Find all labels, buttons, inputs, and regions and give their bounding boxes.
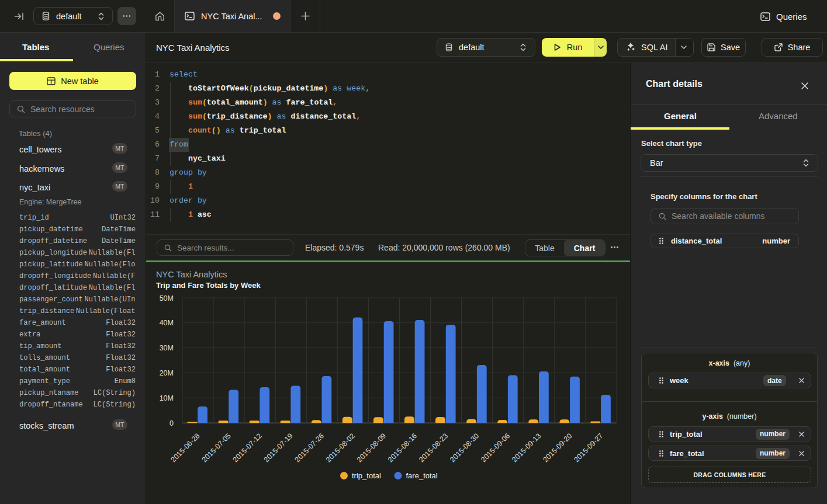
svg-text:2015-08-23: 2015-08-23 (417, 432, 449, 464)
svg-text:40M: 40M (160, 319, 174, 327)
svg-text:2015-08-09: 2015-08-09 (355, 432, 387, 464)
svg-text:2015-07-19: 2015-07-19 (262, 432, 295, 464)
svg-text:2015-07-05: 2015-07-05 (200, 432, 233, 464)
svg-text:20M: 20M (160, 369, 174, 377)
svg-text:2015-08-02: 2015-08-02 (324, 432, 357, 464)
svg-text:2015-09-06: 2015-09-06 (479, 432, 511, 464)
svg-text:trip_total: trip_total (352, 471, 381, 480)
svg-text:30M: 30M (160, 344, 174, 352)
svg-text:2015-07-12: 2015-07-12 (231, 432, 264, 464)
svg-text:2015-08-16: 2015-08-16 (386, 432, 418, 464)
svg-text:50M: 50M (160, 294, 174, 303)
svg-text:2015-09-13: 2015-09-13 (510, 432, 542, 464)
svg-text:10M: 10M (160, 394, 174, 402)
svg-text:2015-06-28: 2015-06-28 (169, 432, 202, 464)
svg-text:fare_total: fare_total (406, 471, 438, 480)
svg-text:2015-09-27: 2015-09-27 (572, 432, 604, 464)
svg-text:2015-07-26: 2015-07-26 (293, 432, 326, 464)
svg-text:2015-09-20: 2015-09-20 (541, 432, 573, 464)
svg-text:0: 0 (169, 419, 174, 427)
svg-text:2015-08-30: 2015-08-30 (448, 432, 480, 464)
